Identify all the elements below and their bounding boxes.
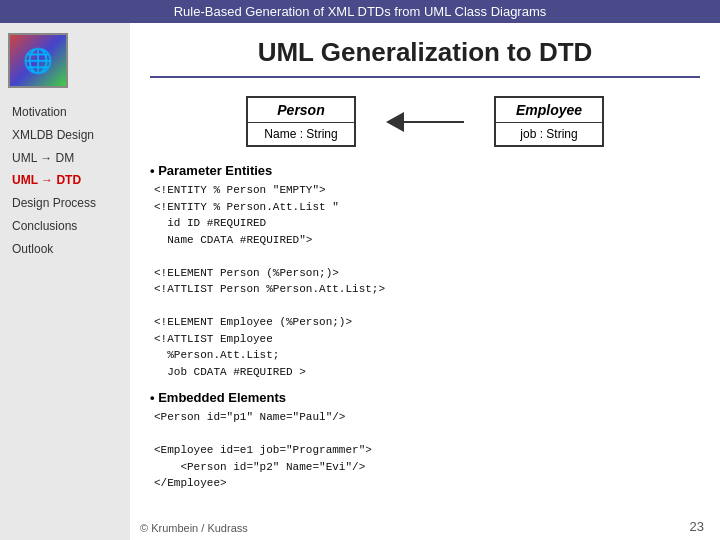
sidebar-item-xmldb[interactable]: XMLDB Design (8, 125, 122, 146)
sidebar-item-uml-dm[interactable]: UML → DM (8, 148, 122, 169)
embedded-elements-title: • Embedded Elements (150, 390, 700, 405)
sidebar-item-conclusions[interactable]: Conclusions (8, 216, 122, 237)
employee-class-attr: job : String (496, 123, 602, 145)
parameter-entities-title: • Parameter Entities (150, 163, 700, 178)
parameter-entities-section: • Parameter Entities <!ENTITY % Person "… (150, 163, 700, 380)
top-bar-title: Rule-Based Generation of XML DTDs from U… (174, 4, 547, 19)
employee-class-name: Employee (496, 98, 602, 123)
person-class: Person Name : String (246, 96, 356, 147)
embedded-elements-section: • Embedded Elements <Person id="p1" Name… (150, 390, 700, 492)
parameter-entities-code: <!ENTITY % Person "EMPTY"> <!ENTITY % Pe… (154, 182, 700, 380)
page-title: UML Generalization to DTD (150, 37, 700, 78)
copyright: © Krumbein / Kudrass (140, 522, 248, 534)
sidebar-item-motivation[interactable]: Motivation (8, 102, 122, 123)
sidebar-item-outlook[interactable]: Outlook (8, 239, 122, 260)
embedded-elements-code: <Person id="p1" Name="Paul"/> <Employee … (154, 409, 700, 492)
person-class-attr: Name : String (248, 123, 354, 145)
sidebar: 🌐 Motivation XMLDB Design UML → DM UML →… (0, 23, 130, 540)
main-content: UML Generalization to DTD Person Name : … (130, 23, 720, 540)
uml-generalization-arrow (386, 112, 464, 132)
page-number: 23 (690, 519, 704, 534)
arrow-head (386, 112, 404, 132)
employee-class: Employee job : String (494, 96, 604, 147)
top-bar: Rule-Based Generation of XML DTDs from U… (0, 0, 720, 23)
arrow-line (404, 121, 464, 123)
sidebar-item-uml-dtd[interactable]: UML → DTD (8, 170, 122, 191)
sidebar-logo: 🌐 (8, 33, 68, 88)
person-class-name: Person (248, 98, 354, 123)
uml-diagram: Person Name : String Employee job : Stri… (150, 96, 700, 147)
sidebar-item-design-process[interactable]: Design Process (8, 193, 122, 214)
logo-icon: 🌐 (23, 47, 53, 75)
